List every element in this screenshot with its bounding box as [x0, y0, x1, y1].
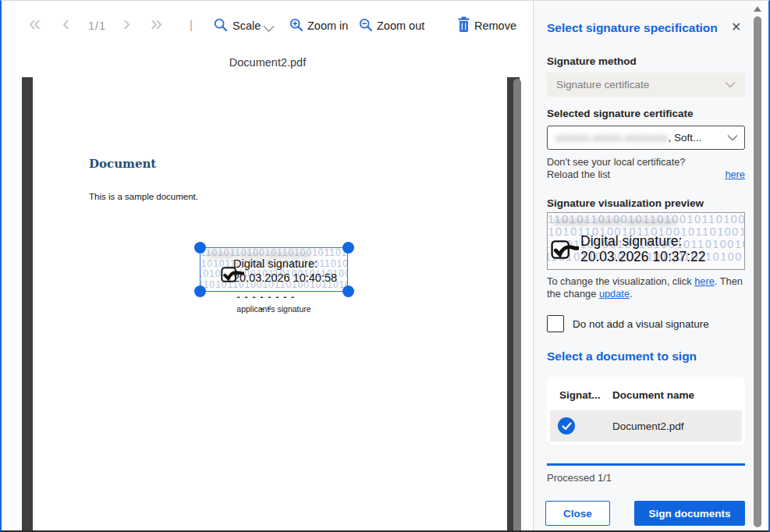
documents-table-header: Signat... Document name — [550, 380, 742, 410]
close-icon[interactable]: ✕ — [731, 20, 741, 34]
stamp-handle-top-left[interactable] — [194, 242, 206, 254]
stamp-handle-top-right[interactable] — [342, 242, 354, 254]
chevron-down-icon — [725, 79, 736, 90]
redacted-signer-name: xxxxxxx xxxxxx xxxxxxxxxx — [554, 215, 676, 227]
page-indicator: 1/1 — [88, 20, 106, 32]
chevron-down-icon — [727, 132, 738, 144]
reload-certificate-hint: Don't see your local certificate? Reload… — [547, 156, 745, 181]
trash-icon[interactable] — [457, 16, 470, 36]
documents-table: Signat... Document name Document2.pdf — [547, 377, 745, 445]
zoom-in-icon[interactable] — [289, 18, 303, 35]
signature-method-label: Signature method — [547, 55, 637, 67]
preview-text: Digital signature: 20.03.2026 10:37:22 — [580, 233, 706, 264]
page-body-text: This is a sample document. — [89, 192, 198, 201]
panel-scrollbar[interactable] — [752, 1, 763, 530]
stamp-handle-bottom-left[interactable] — [194, 286, 206, 297]
reload-here-link[interactable]: here — [725, 168, 745, 181]
no-visual-signature-label: Do not add a visual signature — [573, 318, 709, 330]
update-link[interactable]: update — [599, 288, 630, 300]
page-left-margin — [22, 77, 33, 530]
progress-bar — [547, 463, 745, 466]
stamp-text: Digital signature: 20.03.2026 10:40:58 — [233, 257, 337, 285]
signature-method-select[interactable]: Signature certificate — [547, 73, 745, 97]
app-window: « ‹ 1/1 › » | Scale Zoom in Zoom out Rem… — [0, 0, 770, 532]
selected-check-icon[interactable] — [558, 417, 575, 434]
processed-status: Processed 1/1 — [547, 472, 612, 484]
signature-caption: applicant's signature — [200, 304, 348, 314]
signature-specification-panel: Select signature specification ✕ Signatu… — [533, 1, 752, 530]
scroll-up-icon[interactable] — [754, 6, 761, 12]
column-document-name: Document name — [612, 389, 694, 401]
document-name-cell: Document2.pdf — [612, 420, 684, 432]
first-page-icon[interactable]: « — [29, 12, 41, 35]
signature-stamp-widget[interactable]: 1101011010010110100101101001011010010110… — [200, 247, 348, 292]
scale-magnifier-icon[interactable] — [214, 18, 228, 35]
no-visual-signature-checkbox[interactable] — [547, 315, 564, 332]
last-page-icon[interactable]: » — [151, 12, 162, 35]
signature-visualization-preview: 1101011010010110100101101001011010010110… — [547, 212, 745, 270]
chevron-down-icon[interactable] — [263, 22, 275, 36]
select-document-heading: Select a document to sign — [547, 349, 697, 364]
next-page-icon[interactable]: › — [123, 12, 130, 35]
zoom-out-icon[interactable] — [359, 18, 373, 35]
redacted-certificate-name: xxxxxxx xxxxxx xxxxxxxxx — [555, 133, 668, 144]
table-row[interactable]: Document2.pdf — [550, 410, 742, 442]
preview-label: Signature visualization preview — [547, 197, 704, 209]
viewer-scrollbar-thumb[interactable] — [513, 79, 521, 530]
signature-method-value: Signature certificate — [556, 79, 649, 90]
viewer-toolbar: « ‹ 1/1 › » | Scale Zoom in Zoom out Rem… — [2, 1, 532, 49]
zoom-out-button[interactable]: Zoom out — [377, 20, 424, 32]
document-filename-heading: Document2.pdf — [2, 56, 534, 69]
sign-documents-button[interactable]: Sign documents — [634, 501, 745, 526]
page-heading: Document — [89, 157, 156, 171]
remove-button[interactable]: Remove — [474, 20, 516, 32]
change-visualization-hint: To change the visualization, click here.… — [547, 275, 745, 300]
scale-button[interactable]: Scale — [232, 20, 261, 32]
toolbar-divider: | — [190, 18, 193, 31]
panel-scrollbar-thumb[interactable] — [754, 16, 761, 527]
signature-check-icon — [551, 238, 579, 264]
panel-title: Select signature specification — [547, 21, 718, 35]
column-signature: Signat... — [559, 389, 609, 401]
certificate-select[interactable]: xxxxxxx xxxxxx xxxxxxxxx , Soft... — [547, 126, 745, 150]
previous-page-icon[interactable]: ‹ — [62, 12, 69, 35]
certificate-label: Selected signature certificate — [547, 108, 694, 119]
change-here-link[interactable]: here — [694, 275, 715, 287]
certificate-value-suffix: , Soft... — [668, 132, 701, 144]
zoom-in-button[interactable]: Zoom in — [307, 20, 348, 32]
close-button[interactable]: Close — [545, 501, 610, 526]
stamp-handle-bottom-right[interactable] — [342, 286, 354, 297]
